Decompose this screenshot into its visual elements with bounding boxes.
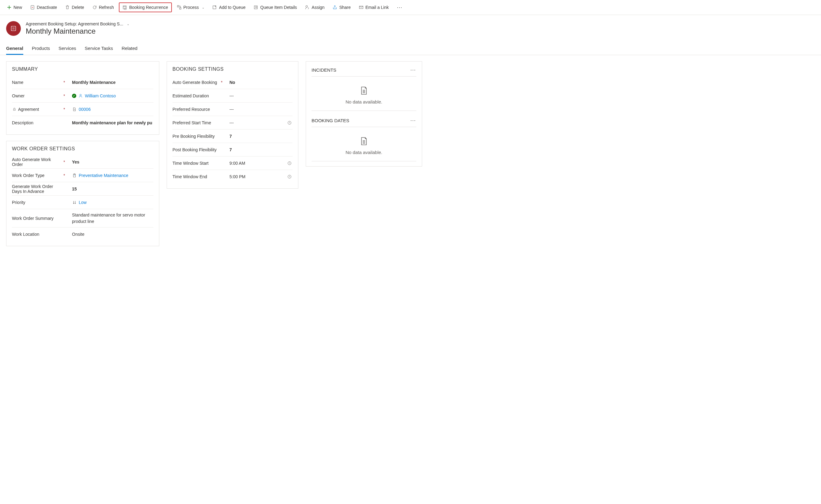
- share-icon: [332, 5, 337, 10]
- priority-label: Priority: [12, 200, 61, 205]
- wo-type-label: Work Order Type: [12, 173, 61, 178]
- booking-title: BOOKING SETTINGS: [172, 66, 292, 72]
- tab-service-tasks[interactable]: Service Tasks: [85, 43, 113, 55]
- trash-icon: [65, 5, 70, 10]
- tab-related[interactable]: Related: [122, 43, 137, 55]
- refresh-button[interactable]: Refresh: [89, 3, 117, 12]
- incidents-more-button[interactable]: ⋯: [410, 66, 416, 73]
- required-indicator: *: [63, 173, 70, 178]
- pref-start-value: ---: [229, 120, 284, 125]
- clock-icon[interactable]: [286, 161, 292, 165]
- process-button[interactable]: Process ⌄: [174, 3, 208, 12]
- assign-icon: [305, 5, 310, 10]
- name-value: Monthly Maintenance: [72, 80, 153, 85]
- field-window-start[interactable]: Time Window Start 9:00 AM: [172, 156, 292, 170]
- field-auto-generate-wo[interactable]: Auto Generate Work Order * Yes: [12, 155, 153, 169]
- more-commands-button[interactable]: ⋯: [393, 4, 406, 11]
- field-description[interactable]: Description Monthly maintenance plan for…: [12, 116, 153, 130]
- required-indicator: *: [221, 80, 227, 85]
- est-duration-label: Estimated Duration: [172, 93, 218, 98]
- breadcrumb-text: Agreement Booking Setup: Agreement Booki…: [26, 21, 123, 26]
- command-bar: New Deactivate Delete Refresh Booking Re…: [0, 0, 821, 15]
- queue-add-icon: [212, 5, 217, 10]
- share-button[interactable]: Share: [329, 3, 353, 12]
- email-link-button[interactable]: Email a Link: [356, 3, 392, 12]
- refresh-icon: [92, 5, 97, 10]
- incidents-title: INCIDENTS: [311, 67, 336, 73]
- field-wo-summary[interactable]: Work Order Summary Standard maintenance …: [12, 209, 153, 228]
- queue-details-icon: [254, 5, 258, 10]
- priority-value[interactable]: Low: [79, 200, 87, 205]
- delete-button[interactable]: Delete: [62, 3, 87, 12]
- work-order-title: WORK ORDER SETTINGS: [12, 146, 153, 152]
- deactivate-icon: [30, 5, 35, 10]
- agreement-value[interactable]: 00006: [79, 107, 91, 112]
- field-window-end[interactable]: Time Window End 5:00 PM: [172, 170, 292, 183]
- field-pref-resource[interactable]: Preferred Resource ---: [172, 103, 292, 116]
- name-label: Name: [12, 80, 61, 85]
- booking-dates-more-button[interactable]: ⋯: [410, 117, 416, 124]
- est-duration-value: ---: [229, 93, 292, 98]
- field-pre-flex[interactable]: Pre Booking Flexibility 7: [172, 130, 292, 143]
- svg-point-9: [80, 94, 81, 96]
- auto-gen-booking-value: No: [229, 80, 292, 85]
- incidents-empty-text: No data available.: [345, 99, 382, 104]
- field-work-location[interactable]: Work Location Onsite: [12, 228, 153, 241]
- field-owner[interactable]: Owner * ✓ William Contoso: [12, 89, 153, 103]
- auto-gen-booking-label: Auto Generate Booking: [172, 80, 218, 85]
- side-panel: INCIDENTS ⋯ No data available. BOOKING D…: [306, 61, 422, 167]
- field-pref-start-time[interactable]: Preferred Start Time ---: [172, 116, 292, 130]
- add-to-queue-button[interactable]: Add to Queue: [209, 3, 248, 12]
- field-auto-generate-booking[interactable]: Auto Generate Booking * No: [172, 76, 292, 89]
- tab-general[interactable]: General: [6, 43, 23, 55]
- field-wo-type[interactable]: Work Order Type * Preventative Maintenan…: [12, 169, 153, 182]
- priority-low-icon: [72, 200, 77, 205]
- pref-start-label: Preferred Start Time: [172, 120, 218, 125]
- queue-item-details-label: Queue Item Details: [260, 5, 297, 10]
- field-est-duration[interactable]: Estimated Duration ---: [172, 89, 292, 103]
- form-content: SUMMARY Name * Monthly Maintenance Owner…: [0, 55, 821, 252]
- incidents-section: INCIDENTS ⋯ No data available.: [311, 66, 416, 111]
- booking-dates-empty-text: No data available.: [345, 150, 382, 155]
- chevron-down-icon: ⌄: [202, 6, 204, 9]
- field-post-flex[interactable]: Post Booking Flexibility 7: [172, 143, 292, 156]
- record-header: Agreement Booking Setup: Agreement Booki…: [0, 15, 821, 39]
- wo-type-value[interactable]: Preventative Maintenance: [79, 173, 128, 178]
- clock-icon[interactable]: [286, 175, 292, 179]
- days-advance-label: Generate Work Order Days In Advance: [12, 184, 61, 194]
- days-advance-value: 15: [72, 186, 153, 191]
- owner-value[interactable]: William Contoso: [85, 93, 116, 98]
- field-name[interactable]: Name * Monthly Maintenance: [12, 76, 153, 89]
- field-agreement[interactable]: Agreement * 00006: [12, 103, 153, 116]
- new-label: New: [13, 5, 22, 10]
- process-label: Process: [183, 5, 199, 10]
- window-end-label: Time Window End: [172, 174, 218, 179]
- post-flex-label: Post Booking Flexibility: [172, 147, 218, 152]
- entity-icon: [6, 21, 21, 36]
- field-days-advance[interactable]: Generate Work Order Days In Advance 15: [12, 182, 153, 196]
- breadcrumb[interactable]: Agreement Booking Setup: Agreement Booki…: [26, 21, 129, 26]
- tab-products[interactable]: Products: [32, 43, 50, 55]
- queue-item-details-button[interactable]: Queue Item Details: [250, 3, 300, 12]
- assign-button[interactable]: Assign: [302, 3, 327, 12]
- tab-services[interactable]: Services: [58, 43, 76, 55]
- clock-icon[interactable]: [286, 121, 292, 125]
- booking-recurrence-button[interactable]: Booking Recurrence: [119, 2, 172, 12]
- new-button[interactable]: New: [4, 3, 25, 12]
- booking-recurrence-label: Booking Recurrence: [129, 5, 168, 10]
- auto-gen-wo-label: Auto Generate Work Order: [12, 157, 61, 167]
- summary-section: SUMMARY Name * Monthly Maintenance Owner…: [6, 61, 159, 135]
- deactivate-button[interactable]: Deactivate: [27, 3, 60, 12]
- email-icon: [359, 5, 363, 10]
- booking-dates-empty: No data available.: [311, 127, 416, 161]
- document-icon: [72, 107, 77, 112]
- calendar-recurrence-icon: [122, 5, 127, 10]
- pre-flex-label: Pre Booking Flexibility: [172, 134, 218, 139]
- document-icon: [359, 86, 369, 96]
- booking-settings-section: BOOKING SETTINGS Auto Generate Booking *…: [167, 61, 298, 189]
- share-label: Share: [339, 5, 350, 10]
- svg-rect-10: [13, 109, 15, 111]
- work-order-settings-section: WORK ORDER SETTINGS Auto Generate Work O…: [6, 141, 159, 246]
- deactivate-label: Deactivate: [37, 5, 57, 10]
- field-priority[interactable]: Priority Low: [12, 196, 153, 209]
